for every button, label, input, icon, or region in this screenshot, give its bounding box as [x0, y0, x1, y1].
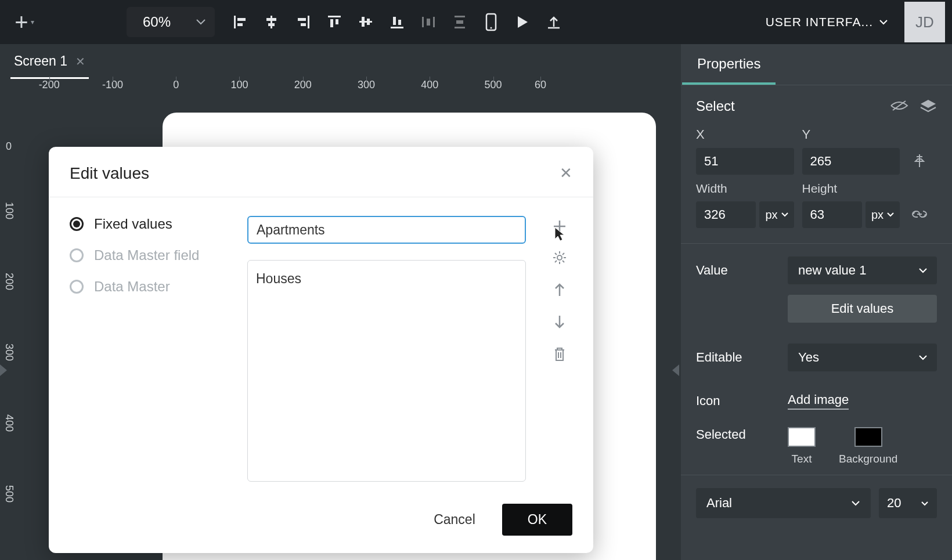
svg-rect-10	[330, 19, 333, 27]
close-icon[interactable]: ✕	[560, 164, 572, 182]
add-value-icon[interactable]	[551, 218, 568, 234]
svg-rect-20	[433, 17, 435, 27]
svg-rect-17	[398, 20, 401, 25]
chevron-down-icon	[921, 501, 929, 506]
visibility-icon[interactable]	[889, 99, 909, 114]
size-group: Width 326 px Height 63 px	[681, 175, 952, 241]
selected-row: Selected Text Background	[681, 420, 952, 472]
distribute-h-icon[interactable]	[418, 12, 439, 32]
height-input[interactable]: 63	[802, 201, 862, 228]
align-bottom-icon[interactable]	[387, 12, 408, 32]
chevron-down-icon: ▾	[31, 18, 34, 26]
svg-rect-15	[391, 27, 403, 28]
value-label: Value	[696, 263, 777, 278]
panel-expand-left-icon[interactable]	[0, 364, 7, 376]
background-color-swatch[interactable]	[854, 427, 882, 447]
width-input[interactable]: 326	[696, 201, 756, 228]
svg-point-25	[491, 27, 492, 29]
values-list[interactable]: Houses	[247, 260, 526, 482]
font-family-dropdown[interactable]: Arial	[696, 488, 871, 518]
y-label: Y	[802, 127, 814, 142]
value-dropdown[interactable]: new value 1	[788, 256, 937, 284]
align-tools	[230, 12, 564, 32]
panel-expand-right-icon[interactable]	[672, 364, 679, 376]
align-left-icon[interactable]	[230, 12, 251, 32]
svg-rect-16	[393, 17, 396, 25]
svg-rect-13	[362, 17, 365, 27]
svg-rect-4	[266, 18, 276, 21]
radio-icon	[70, 280, 84, 294]
delete-icon[interactable]	[553, 346, 567, 362]
top-toolbar: + ▾ 60% USER INTERFA... JD	[0, 0, 952, 44]
svg-rect-23	[455, 27, 465, 28]
svg-rect-5	[268, 23, 275, 26]
font-size-dropdown[interactable]: 20	[879, 488, 937, 518]
element-type: Select	[696, 98, 735, 114]
pin-icon[interactable]	[908, 149, 931, 172]
icon-label: Icon	[696, 393, 777, 409]
svg-rect-19	[427, 19, 430, 26]
list-item[interactable]: Houses	[256, 269, 517, 289]
radio-data-master[interactable]: Data Master	[70, 279, 226, 295]
x-input[interactable]: 51	[696, 148, 794, 175]
align-center-h-icon[interactable]	[261, 12, 282, 32]
zoom-value: 60%	[127, 14, 187, 30]
editable-row: Editable Yes	[681, 333, 952, 382]
new-value-input[interactable]	[247, 216, 526, 244]
value-row: Value new value 1 Edit values	[681, 246, 952, 333]
properties-panel: Properties Select X 51 Y 265 Width 326 p…	[681, 44, 952, 560]
zoom-control[interactable]: 60%	[127, 7, 215, 37]
radio-icon	[70, 217, 84, 231]
align-top-icon[interactable]	[324, 12, 345, 32]
close-icon[interactable]: ✕	[75, 55, 85, 68]
chevron-down-icon	[187, 19, 215, 26]
width-unit-dropdown[interactable]: px	[759, 201, 794, 228]
svg-rect-6	[308, 16, 309, 28]
radio-fixed-values[interactable]: Fixed values	[70, 216, 226, 232]
add-element-button[interactable]: + ▾	[7, 8, 42, 36]
ruler-horizontal: -200 -100 0 100 200 300 400 500 60	[17, 79, 556, 109]
svg-rect-0	[234, 16, 236, 28]
radio-data-master-field[interactable]: Data Master field	[70, 247, 226, 263]
icon-row: Icon Add image	[681, 382, 952, 420]
svg-rect-2	[237, 23, 243, 26]
settings-icon[interactable]	[551, 250, 568, 266]
cancel-button[interactable]: Cancel	[417, 504, 492, 536]
ruler-vertical: 0 100 200 300 400 500	[0, 109, 17, 560]
editable-dropdown[interactable]: Yes	[788, 344, 937, 371]
radio-icon	[70, 248, 84, 262]
text-swatch-label: Text	[792, 453, 812, 465]
svg-rect-7	[298, 18, 306, 21]
add-image-link[interactable]: Add image	[788, 392, 849, 410]
project-name-dropdown[interactable]: USER INTERFA...	[766, 15, 888, 29]
tab-label: Screen 1	[14, 53, 67, 69]
selected-label: Selected	[696, 427, 777, 465]
tab-screen-1[interactable]: Screen 1 ✕	[10, 48, 89, 79]
align-middle-v-icon[interactable]	[355, 12, 376, 32]
move-up-icon[interactable]	[553, 281, 567, 298]
svg-rect-14	[367, 19, 370, 25]
properties-title: Properties	[682, 44, 776, 85]
play-icon[interactable]	[512, 12, 533, 32]
cursor-icon	[553, 226, 568, 244]
edit-values-button[interactable]: Edit values	[788, 295, 937, 323]
layers-icon[interactable]	[919, 99, 937, 114]
ok-button[interactable]: OK	[502, 504, 572, 536]
height-unit-dropdown[interactable]: px	[866, 201, 900, 228]
height-label: Height	[802, 182, 900, 196]
source-radio-group: Fixed values Data Master field Data Mast…	[70, 216, 226, 482]
upload-icon[interactable]	[543, 12, 564, 32]
move-down-icon[interactable]	[553, 313, 567, 331]
align-right-icon[interactable]	[293, 12, 313, 32]
toolbar-right: USER INTERFA... JD	[766, 2, 945, 42]
device-icon[interactable]	[481, 12, 502, 32]
svg-rect-12	[359, 21, 372, 23]
distribute-v-icon[interactable]	[449, 12, 470, 32]
width-label: Width	[696, 182, 794, 196]
link-dimensions-icon[interactable]	[908, 203, 931, 226]
plus-icon: +	[15, 9, 28, 35]
y-input[interactable]: 265	[802, 148, 900, 175]
text-color-swatch[interactable]	[788, 427, 816, 447]
user-avatar[interactable]: JD	[904, 2, 945, 42]
position-group: X 51 Y 265	[681, 127, 952, 175]
